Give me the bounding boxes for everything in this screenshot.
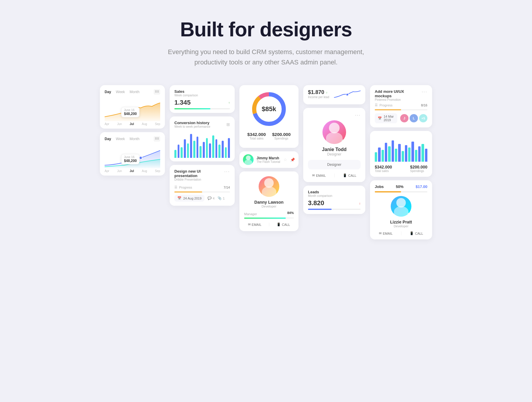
project2-card: Add more UI/UX mockups Pinterest Promoti… [370, 85, 432, 127]
leads-sub: Month comparison [308, 194, 361, 197]
column-1: Day Week Month [100, 85, 165, 176]
svg-point-18 [346, 93, 348, 96]
chart-stat-1: $342.000 Total sales [375, 165, 392, 173]
calendar-icon-2: 📅 [378, 116, 382, 120]
tab-day-2[interactable]: Day [105, 137, 111, 141]
person-role: Developer [244, 205, 294, 208]
income-value: $1.870 [308, 89, 324, 95]
profile-role-button[interactable]: Designer [308, 160, 361, 169]
sales-value: 1.345 [174, 99, 191, 106]
leads-label: Leads [308, 190, 361, 194]
user-row-card: Jimmy Marsh The Flash Tutorial ☆ 📌 [239, 151, 299, 168]
star-icon[interactable]: ☆ [283, 157, 287, 162]
person2-avatar [391, 196, 411, 217]
svg-rect-10 [155, 139, 156, 140]
conversion-sub: Week to week performance [174, 125, 210, 128]
profile-card: ··· Janie Todd Designer Designer ✉ EMAIL… [303, 108, 365, 182]
progress-icon-2: ☰ [375, 103, 378, 107]
progress-count-2: 8/16 [421, 103, 427, 107]
email-button[interactable]: ✉ EMAIL [248, 223, 262, 226]
conversion-bar-chart [174, 131, 230, 158]
hero-title: Built for designers [180, 18, 352, 41]
chart-tabs-2: Day Week Month [105, 136, 160, 142]
phone-icon-2: 📱 [410, 231, 414, 235]
skill-progress-fill [244, 218, 286, 219]
svg-rect-12 [158, 139, 159, 140]
profile-menu-icon[interactable]: ··· [308, 113, 361, 118]
conversion-icon: ⊞ [226, 122, 230, 127]
income-badge: ↑ [326, 91, 328, 94]
bar-chart-card: $342.000 Total sales $200.000 Spendings [370, 131, 432, 177]
person2-email-button[interactable]: ✉ EMAIL [379, 231, 392, 235]
project2-sub: Pinterest Promotion [375, 98, 422, 101]
user-role: The Flash Tutorial [257, 160, 280, 163]
person2-role: Developer [375, 224, 427, 228]
online-indicator [342, 140, 345, 143]
chart-tooltip-1: June 16 $48,200 [121, 107, 139, 117]
jobs-progress-bg [375, 191, 427, 192]
divider [334, 174, 335, 177]
sales-progress-fill [174, 108, 210, 109]
tab-week-2[interactable]: Week [116, 137, 125, 141]
attachment-count: 📎 1 [218, 196, 225, 200]
person2-online [408, 213, 411, 216]
tab-month-2[interactable]: Month [129, 137, 139, 141]
person-avatar [259, 176, 279, 197]
profile-call-button[interactable]: 📱 CALL [343, 174, 356, 177]
sales-badge: ↑ [228, 101, 230, 104]
comment-icon: 💬 [207, 196, 212, 200]
project-menu-icon[interactable]: ··· [224, 169, 230, 174]
project-date: 📅 24 Aug 2019 [174, 195, 205, 202]
sparkline [334, 89, 361, 100]
jobs-price: $17.00 [416, 184, 427, 189]
grid-icon-2[interactable] [154, 136, 160, 142]
svg-rect-4 [157, 92, 158, 93]
sales-label: Sales [174, 89, 230, 94]
svg-rect-11 [157, 139, 158, 140]
jobs-pct: 50% [396, 184, 403, 189]
profile-image [322, 120, 346, 144]
person-card: Danny Lawson Developer Manager 84% ✉ EMA… [239, 171, 299, 231]
leads-value: 3.820 [308, 199, 324, 207]
calendar-icon: 📅 [177, 196, 181, 200]
project2-menu-icon[interactable]: ··· [422, 89, 427, 95]
chart-stat-2: $200.000 Spendings [410, 165, 427, 173]
profile-name: Janie Todd [308, 147, 361, 152]
person2-call-button[interactable]: 📱 CALL [410, 231, 423, 235]
tab-day-1[interactable]: Day [105, 90, 111, 94]
donut-stat-1: $342.000 Total sales [247, 132, 266, 140]
area-chart-2: June 16 $48,200 [105, 145, 160, 168]
svg-rect-1 [157, 90, 158, 91]
svg-point-13 [140, 156, 142, 159]
project2-progress-fill [375, 109, 401, 110]
divider [269, 223, 269, 226]
user-name: Jimmy Marsh [257, 156, 280, 160]
pin-icon[interactable]: 📌 [290, 158, 295, 162]
profile-email-button[interactable]: ✉ EMAIL [312, 174, 326, 177]
svg-rect-9 [158, 137, 159, 138]
tab-month-1[interactable]: Month [129, 90, 139, 94]
chart-tabs-1: Day Week Month [105, 89, 160, 95]
income-sub: Income per lead [308, 95, 329, 99]
leads-progress-fill [308, 209, 332, 210]
leads-badge: ↓ [359, 201, 361, 205]
project2-date: 📅 14 Mar 2019 [375, 113, 397, 123]
tab-week-1[interactable]: Week [116, 90, 125, 94]
donut-center-value: $85k [262, 105, 276, 113]
conversion-title: Conversion history [174, 121, 210, 125]
svg-rect-3 [155, 92, 156, 93]
project-card: Design new UI presentation Dribble Prese… [170, 165, 235, 206]
person2-name: Lizzie Pratt [375, 220, 427, 224]
attachment-icon: 📎 [218, 196, 222, 200]
divider-2 [401, 231, 401, 235]
call-button[interactable]: 📱 CALL [277, 223, 290, 226]
user-info: Jimmy Marsh The Flash Tutorial [257, 156, 280, 163]
leads-card: Leads Month comparison 3.820 ↓ [303, 186, 365, 214]
project-sub: Dribble Presentation [174, 178, 224, 181]
project-title: Design new UI presentation [174, 169, 224, 178]
column-2: Sales Week comparison 1.345 ↑ Conversion… [170, 85, 235, 206]
svg-rect-7 [155, 137, 156, 138]
grid-icon-1[interactable] [154, 89, 160, 95]
progress-icon: ☰ [174, 185, 177, 189]
chart-tooltip-2: June 16 $48,200 [121, 154, 139, 164]
